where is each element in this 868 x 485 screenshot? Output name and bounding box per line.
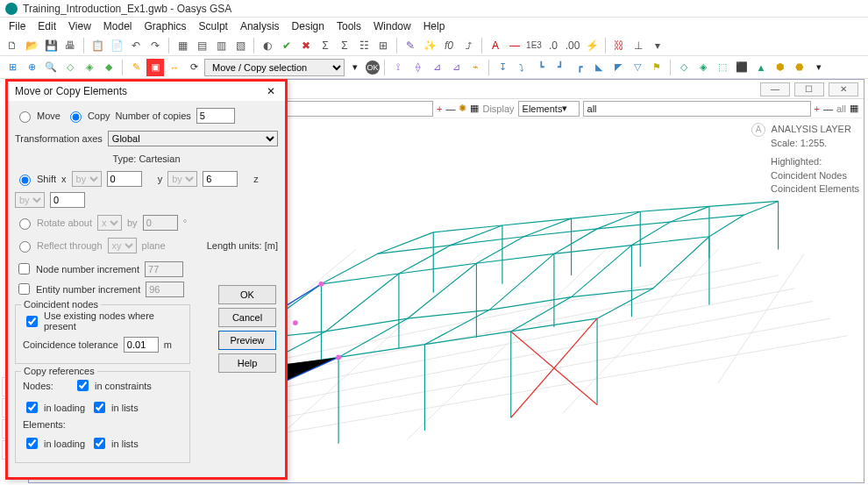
align-icon[interactable]: ↔ <box>166 59 183 76</box>
close-icon[interactable]: ✕ <box>829 82 858 96</box>
node-inc-check[interactable]: Node number increment <box>15 260 139 277</box>
cross-icon[interactable]: ✖ <box>297 37 315 54</box>
undo-icon[interactable]: ↶ <box>127 37 145 54</box>
elements-lists-check[interactable]: in lists <box>90 435 139 452</box>
minus-icon[interactable]: — <box>445 103 455 114</box>
g3-icon[interactable]: ┗ <box>532 59 550 76</box>
sel1-icon[interactable]: ◇ <box>61 59 79 76</box>
redo-icon[interactable]: ↷ <box>146 37 164 54</box>
maximize-icon[interactable]: ☐ <box>794 82 824 96</box>
prec-icon[interactable]: .0 <box>544 37 562 54</box>
grid-icon[interactable]: ▦ <box>850 103 858 114</box>
shift-x-input[interactable] <box>107 171 142 187</box>
nodes-lists-check[interactable]: in lists <box>90 399 139 416</box>
minimize-icon[interactable]: — <box>760 82 790 96</box>
move-radio[interactable]: Move <box>15 109 60 123</box>
preview-button[interactable]: Preview <box>218 331 276 350</box>
view4-icon[interactable]: ▧ <box>231 37 249 54</box>
nodes-loading-check[interactable]: in loading <box>23 399 85 416</box>
table-icon[interactable]: ⊞ <box>374 37 392 54</box>
menu-help[interactable]: Help <box>423 20 445 32</box>
brush2-icon[interactable]: ▦ <box>470 103 479 114</box>
use-existing-check[interactable]: Use existing nodes where present <box>23 310 182 332</box>
menu-window[interactable]: Window <box>374 20 411 32</box>
menu-tools[interactable]: Tools <box>337 20 361 32</box>
paste-icon[interactable]: 📄 <box>108 37 125 54</box>
g6-icon[interactable]: ◣ <box>590 59 608 76</box>
h2-icon[interactable]: ◈ <box>694 59 712 76</box>
fx-icon[interactable]: f0 <box>440 37 458 54</box>
help-button[interactable]: Help <box>218 353 276 373</box>
cancel-button[interactable]: Cancel <box>218 308 276 327</box>
num-copies-input[interactable] <box>196 108 235 124</box>
menu-graphics[interactable]: Graphics <box>145 20 187 32</box>
sigma2-icon[interactable]: Σ <box>336 37 353 54</box>
prec2-icon[interactable]: .00 <box>564 37 581 54</box>
brush-icon[interactable]: ✎ <box>402 37 419 54</box>
g2-icon[interactable]: ⤵ <box>513 59 530 76</box>
nodes-constraints-check[interactable]: in constraints <box>74 377 152 394</box>
h4-icon[interactable]: ⬛ <box>733 59 751 76</box>
report-icon[interactable]: ☷ <box>355 37 373 54</box>
h5-icon[interactable]: ▲ <box>752 59 770 76</box>
ok-round-icon[interactable]: OK <box>366 61 380 75</box>
plus1-icon[interactable]: + <box>437 103 442 114</box>
h3-icon[interactable]: ⬚ <box>714 59 731 76</box>
menu-sculpt[interactable]: Sculpt <box>199 20 228 32</box>
go-icon[interactable]: ▾ <box>346 59 364 76</box>
rot-icon[interactable]: ⟳ <box>185 59 203 76</box>
spr-icon[interactable]: ⌁ <box>466 59 484 76</box>
join-icon[interactable]: ⛓ <box>610 37 628 54</box>
zoom-icon[interactable]: 🔍 <box>42 59 60 76</box>
menu-design[interactable]: Design <box>292 20 324 32</box>
view3-icon[interactable]: ▥ <box>212 37 230 54</box>
sel3-icon[interactable]: ◆ <box>100 59 117 76</box>
menu-view[interactable]: View <box>68 20 91 32</box>
minus2-icon[interactable]: — <box>823 103 833 114</box>
h1-icon[interactable]: ◇ <box>675 59 693 76</box>
g8-icon[interactable]: ▽ <box>629 59 646 76</box>
up-icon[interactable]: ⭜ <box>459 37 477 54</box>
misc1-icon[interactable]: ⊥ <box>630 37 647 54</box>
sel2-icon[interactable]: ◈ <box>81 59 98 76</box>
l1-icon[interactable]: ⟟ <box>389 59 407 76</box>
target-icon[interactable]: ⊕ <box>23 59 40 76</box>
toggle1-icon[interactable]: ◐ <box>259 37 276 54</box>
menu-model[interactable]: Model <box>103 20 132 32</box>
view2-icon[interactable]: ▤ <box>193 37 210 54</box>
menu-file[interactable]: File <box>9 20 25 32</box>
display-combo[interactable]: Elements▾ <box>518 101 580 117</box>
copy-icon[interactable]: 📋 <box>89 37 106 54</box>
l4-icon[interactable]: ⊿ <box>447 59 465 76</box>
shift-y-input[interactable] <box>203 171 238 187</box>
dialog-close-icon[interactable]: ✕ <box>264 85 278 97</box>
sigma-icon[interactable]: Σ <box>317 37 334 54</box>
l2-icon[interactable]: ⟠ <box>409 59 426 76</box>
chevron-down-icon[interactable]: ▾ <box>649 37 666 54</box>
plus2-icon[interactable]: + <box>815 103 820 114</box>
g9-icon[interactable]: ⚑ <box>648 59 665 76</box>
text-a-icon[interactable]: A <box>487 37 504 54</box>
print-icon[interactable]: 🖶 <box>61 37 79 54</box>
new-icon[interactable]: 🗋 <box>4 37 21 54</box>
lightning-icon[interactable]: ⚡ <box>583 37 601 54</box>
menu-analysis[interactable]: Analysis <box>240 20 280 32</box>
menu-edit[interactable]: Edit <box>38 20 56 32</box>
shift-z-input[interactable] <box>50 192 85 208</box>
tolerance-input[interactable] <box>124 337 159 353</box>
g5-icon[interactable]: ┏ <box>571 59 588 76</box>
axes-combo[interactable]: Global <box>108 131 278 146</box>
h6-icon[interactable]: ⬢ <box>772 59 789 76</box>
l3-icon[interactable]: ⊿ <box>428 59 445 76</box>
check-icon[interactable]: ✔ <box>278 37 295 54</box>
filter-combo[interactable]: all <box>583 101 811 117</box>
view1-icon[interactable]: ▦ <box>174 37 191 54</box>
shift-radio[interactable]: Shift <box>15 172 56 186</box>
grid-snap-icon[interactable]: ⊞ <box>4 59 21 76</box>
rotate-radio[interactable]: Rotate about <box>15 216 92 230</box>
pick-icon[interactable]: ✎ <box>127 59 145 76</box>
open-icon[interactable]: 📂 <box>23 37 40 54</box>
g1-icon[interactable]: ↧ <box>494 59 511 76</box>
e3-icon[interactable]: 1E3 <box>525 37 543 54</box>
h7-icon[interactable]: ⬣ <box>791 59 808 76</box>
